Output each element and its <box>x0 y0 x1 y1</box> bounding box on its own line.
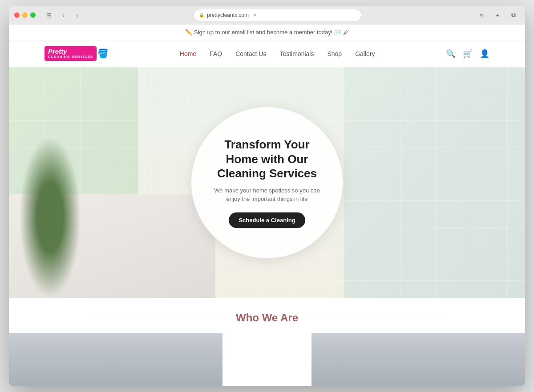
address-bar[interactable]: 🔒 prettycleantx.com × <box>193 9 362 21</box>
section-line-left <box>93 318 227 318</box>
lock-icon: 🔒 <box>199 12 204 17</box>
maximize-dot[interactable] <box>30 12 36 18</box>
website-content: ✏️ Sign up to our email list and become … <box>9 24 525 386</box>
section-line-right <box>307 318 441 318</box>
nav-gallery[interactable]: Gallery <box>355 50 375 57</box>
hero-content-overlay: Transform Your Home with Our Cleaning Se… <box>9 67 525 298</box>
hero-subtitle: We make your home spotless so you can en… <box>209 186 325 204</box>
section-image-strip <box>9 333 525 386</box>
browser-nav: ⊞ ‹ › <box>43 9 84 21</box>
who-we-are-section: Who We Are <box>9 298 525 386</box>
layout-icon[interactable]: ⊞ <box>43 9 55 21</box>
strip-image-left <box>9 333 222 386</box>
browser-dots <box>14 12 36 18</box>
clear-url-button[interactable]: × <box>251 12 259 19</box>
logo-icon: 🪣 <box>97 48 109 59</box>
close-dot[interactable] <box>14 12 20 18</box>
minimize-dot[interactable] <box>22 12 28 18</box>
user-icon[interactable]: 👤 <box>480 49 490 59</box>
banner-text: ✏️ Sign up to our email list and become … <box>185 29 348 36</box>
nav-shop[interactable]: Shop <box>327 50 342 57</box>
logo-box: Pretty CLEANING SERVICES <box>44 46 97 61</box>
browser-titlebar: ⊞ ‹ › 🔒 prettycleantx.com × ⎋ + ⧉ <box>9 6 525 24</box>
browser-window: ⊞ ‹ › 🔒 prettycleantx.com × ⎋ + ⧉ ✏️ Sig… <box>9 6 525 386</box>
logo[interactable]: Pretty CLEANING SERVICES 🪣 <box>44 46 109 61</box>
nav-contact[interactable]: Contact Us <box>235 50 266 57</box>
new-tab-button[interactable]: + <box>491 9 504 21</box>
nav-faq[interactable]: FAQ <box>210 50 222 57</box>
strip-image-right <box>312 333 525 386</box>
nav-links: Home FAQ Contact Us Testimonials Shop Ga… <box>180 50 375 57</box>
section-title-wrap: Who We Are <box>9 312 525 333</box>
cart-icon[interactable]: 🛒 <box>463 49 473 59</box>
hero-section: Transform Your Home with Our Cleaning Se… <box>9 67 525 298</box>
browser-action-buttons: ⎋ + ⧉ <box>475 9 520 21</box>
address-bar-area: 🔒 prettycleantx.com × <box>87 9 468 21</box>
nav-action-icons: 🔍 🛒 👤 <box>446 49 490 59</box>
who-we-are-title: Who We Are <box>236 312 298 324</box>
url-text: prettycleantx.com <box>207 12 249 18</box>
logo-name: Pretty <box>48 48 67 55</box>
back-button[interactable]: ‹ <box>57 9 69 21</box>
nav-testimonials[interactable]: Testimonials <box>279 50 314 57</box>
forward-button[interactable]: › <box>71 9 84 21</box>
logo-subtitle: CLEANING SERVICES <box>48 55 93 59</box>
strip-gap <box>222 333 312 386</box>
tab-overview-button[interactable]: ⧉ <box>507 9 520 21</box>
share-button[interactable]: ⎋ <box>475 9 488 21</box>
schedule-button[interactable]: Schedule a Cleaning <box>229 212 305 228</box>
hero-title: Transform Your Home with Our Cleaning Se… <box>209 137 325 181</box>
top-banner: ✏️ Sign up to our email list and become … <box>9 24 525 40</box>
nav-home[interactable]: Home <box>180 50 196 57</box>
hero-circle-card: Transform Your Home with Our Cleaning Se… <box>191 107 343 258</box>
navbar: Pretty CLEANING SERVICES 🪣 Home FAQ Cont… <box>9 40 525 67</box>
search-icon[interactable]: 🔍 <box>446 49 456 59</box>
